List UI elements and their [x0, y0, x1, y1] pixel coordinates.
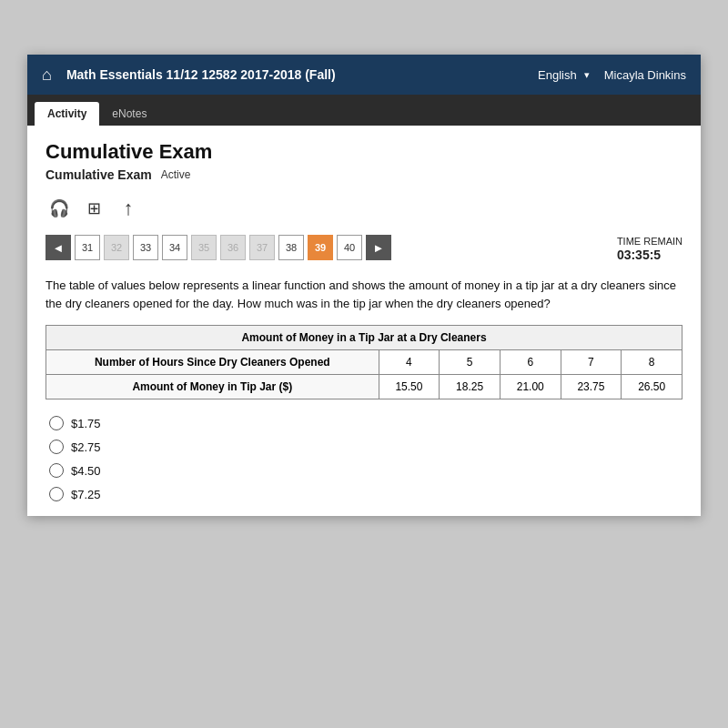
- timer-label: TIME REMAIN: [617, 236, 682, 247]
- table-amount-4: 15.50: [379, 375, 440, 399]
- answer-choices: $1.75 $2.75 $4.50 $7.25: [46, 416, 682, 501]
- question-btn-31[interactable]: 31: [75, 235, 100, 260]
- timer-value: 03:35:5: [617, 248, 661, 262]
- question-btn-38[interactable]: 38: [278, 235, 304, 260]
- toolbar: 🎧 ⊞ ↑: [46, 195, 682, 222]
- radio-a[interactable]: [49, 416, 64, 430]
- radio-c[interactable]: [49, 463, 64, 478]
- table-icon[interactable]: ⊞: [80, 195, 107, 222]
- user-name: Micayla Dinkins: [604, 68, 686, 82]
- answer-label-c: $4.50: [71, 464, 101, 478]
- upload-icon[interactable]: ↑: [115, 195, 142, 222]
- table-hours-5: 5: [440, 350, 500, 375]
- table-title: Amount of Money in a Tip Jar at a Dry Cl…: [46, 326, 682, 350]
- home-icon[interactable]: ⌂: [42, 66, 52, 85]
- tab-activity[interactable]: Activity: [35, 102, 99, 126]
- nav-right: English ▾ Micayla Dinkins: [538, 68, 686, 82]
- prev-button[interactable]: ◄: [46, 235, 71, 260]
- question-btn-40[interactable]: 40: [337, 235, 362, 260]
- answer-choice-d[interactable]: $7.25: [49, 487, 682, 501]
- status-badge: Active: [161, 168, 191, 181]
- question-btn-37[interactable]: 37: [249, 235, 275, 260]
- radio-b[interactable]: [49, 440, 64, 454]
- main-window: ⌂ Math Essentials 11/12 12582 2017-2018 …: [27, 55, 701, 516]
- question-btn-34[interactable]: 34: [162, 235, 187, 260]
- table-hours-6: 6: [500, 350, 561, 375]
- table-row-header-amount: Amount of Money in Tip Jar ($): [46, 375, 379, 399]
- table-hours-8: 8: [622, 350, 682, 375]
- answer-choice-b[interactable]: $2.75: [49, 440, 682, 454]
- tab-enotes[interactable]: eNotes: [99, 102, 159, 126]
- nav-title: Math Essentials 11/12 12582 2017-2018 (F…: [66, 67, 538, 82]
- question-btn-36[interactable]: 36: [220, 235, 246, 260]
- question-btn-39[interactable]: 39: [308, 235, 333, 260]
- headphone-icon[interactable]: 🎧: [46, 195, 73, 222]
- radio-d[interactable]: [49, 487, 64, 501]
- exam-title: Cumulative Exam: [46, 167, 152, 182]
- table-amount-5: 18.25: [440, 375, 500, 399]
- question-btn-33[interactable]: 33: [133, 235, 158, 260]
- table-row-header-hours: Number of Hours Since Dry Cleaners Opene…: [46, 350, 379, 375]
- answer-choice-a[interactable]: $1.75: [49, 416, 682, 430]
- question-btn-35[interactable]: 35: [191, 235, 217, 260]
- question-nav: ◄ 31 32 33 34 35 36 37 38 39 40 ► TIME R…: [46, 233, 682, 262]
- table-hours-7: 7: [561, 350, 622, 375]
- answer-label-a: $1.75: [71, 417, 101, 430]
- tab-bar: Activity eNotes: [27, 95, 701, 126]
- table-amount-8: 26.50: [622, 375, 682, 399]
- page-heading: Cumulative Exam: [46, 140, 682, 164]
- table-amount-7: 23.75: [561, 375, 622, 399]
- data-table: Amount of Money in a Tip Jar at a Dry Cl…: [46, 325, 682, 399]
- next-button[interactable]: ►: [366, 235, 391, 260]
- answer-choice-c[interactable]: $4.50: [49, 463, 682, 478]
- answer-label-b: $2.75: [71, 440, 101, 454]
- page-subheading: Cumulative Exam Active: [46, 167, 682, 182]
- table-hours-4: 4: [379, 350, 440, 375]
- nav-bar: ⌂ Math Essentials 11/12 12582 2017-2018 …: [27, 55, 701, 95]
- question-text: The table of values below represents a l…: [46, 277, 682, 312]
- answer-label-d: $7.25: [71, 488, 101, 501]
- timer-display: TIME REMAIN 03:35:5: [617, 233, 682, 262]
- content-area: Cumulative Exam Cumulative Exam Active 🎧…: [27, 126, 701, 516]
- language-chevron-icon[interactable]: ▾: [584, 69, 590, 81]
- table-amount-6: 21.00: [500, 375, 561, 399]
- language-selector[interactable]: English: [538, 68, 577, 82]
- question-btn-32[interactable]: 32: [104, 235, 129, 260]
